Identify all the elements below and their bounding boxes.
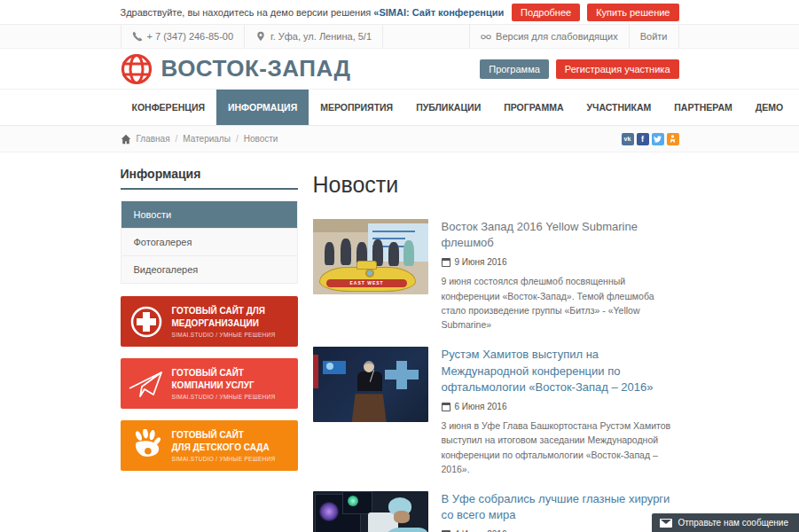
breadcrumb-separator: / [176,134,178,144]
phone-icon [132,31,143,42]
banner-subtitle: SIMAI.STUDIO / УМНЫЕ РЕШЕНИЯ [172,456,276,462]
news-thumbnail-speech[interactable] [313,347,428,422]
news-title-link[interactable]: Рустэм Хамитов выступил на Международной… [442,347,679,395]
calendar-icon [442,403,450,411]
sidebar-item-news[interactable]: Новости [121,201,297,229]
send-message-button[interactable]: Отправьте нам сообщение [652,513,799,532]
breadcrumb-materials[interactable]: Материалы [183,134,231,144]
site-name: ВОСТОК-ЗАПАД [161,55,351,82]
news-item: В Уфе собрались лучшие глазные хирурги с… [313,491,679,532]
nav-item-participants[interactable]: УЧАСТНИКАМ [575,90,662,125]
paper-plane-icon [121,369,172,399]
banner-subtitle: SIMAI.STUDIO / УМНЫЕ РЕШЕНИЯ [172,332,276,338]
odnoklassniki-icon[interactable] [667,133,679,145]
sidebar-item-videogallery[interactable]: Видеогалерея [121,256,297,284]
page-title: Новости [313,172,679,198]
banner-medical-site[interactable]: ГОТОВЫЙ САЙТ ДЛЯ МЕДОРГАНИЗАЦИИ SIMAI.ST… [121,296,298,347]
nav-item-information[interactable]: ИНФОРМАЦИЯ [216,90,309,125]
sidebar: Информация Новости Фотогалерея Видеогале… [121,167,298,532]
demo-product-name: «SIMAI: Сайт конференции [373,7,504,18]
sidebar-title: Информация [121,167,298,190]
info-bar: + 7 (347) 246-85-00 г. Уфа, ул. Ленина, … [0,25,799,49]
phone-number[interactable]: + 7 (347) 246-85-00 [121,25,245,48]
banner-subtitle: SIMAI.STUDIO / УМНЫЕ РЕШЕНИЯ [172,394,276,400]
breadcrumb: Главная / Материалы / Новости [121,134,278,145]
main-navigation: КОНФЕРЕНЦИЯ ИНФОРМАЦИЯ МЕРОПРИЯТИЯ ПУБЛИ… [0,89,799,126]
banner-title: ГОТОВЫЙ САЙТ ДЛЯ МЕДОРГАНИЗАЦИИ [172,305,276,329]
nav-item-events[interactable]: МЕРОПРИЯТИЯ [309,90,404,125]
breadcrumb-home[interactable]: Главная [137,134,170,144]
vk-icon[interactable]: vk [622,133,634,145]
login-link[interactable]: Войти [629,25,679,48]
facebook-icon[interactable]: f [637,133,649,145]
nav-item-partners[interactable]: ПАРТНЕРАМ [662,90,743,125]
hand-print-icon [121,429,172,463]
breadcrumb-current: Новости [244,134,278,144]
banner-title: ГОТОВЫЙ САЙТ КОМПАНИИ УСЛУГ [172,367,276,391]
register-participant-button[interactable]: Регистрация участника [556,59,679,79]
glasses-icon [481,31,491,42]
banner-kindergarten-site[interactable]: ГОТОВЫЙ САЙТ ДЛЯ ДЕТСКОГО САДА SIMAI.STU… [121,420,298,471]
breadcrumb-bar: Главная / Материалы / Новости vk f [0,126,799,153]
banner-services-site[interactable]: ГОТОВЫЙ САЙТ КОМПАНИИ УСЛУГ SIMAI.STUDIO… [121,358,298,409]
site-logo[interactable]: ВОСТОК-ЗАПАД [121,53,351,85]
sidebar-item-photogallery[interactable]: Фотогалерея [121,229,297,256]
news-item: Рустэм Хамитов выступил на Международной… [313,347,679,476]
news-excerpt: 9 июня состоялся флешмоб посвященный кон… [442,274,679,332]
accessibility-version-link[interactable]: Версия для слабовидящих [469,25,629,48]
nav-item-demo[interactable]: ДЕМО [744,90,795,125]
buy-button[interactable]: Купить решение [587,4,678,21]
demo-notice-bar: Здравствуйте, вы находитесь на демо верс… [0,0,799,25]
breadcrumb-separator: / [236,134,239,144]
nav-item-program[interactable]: ПРОГРАММА [492,90,575,125]
news-excerpt: 3 июня в Уфе Глава Башкортостана Рустэм … [442,419,679,476]
address: г. Уфа, ул. Ленина, 5/1 [244,25,383,48]
demo-message: Здравствуйте, вы находитесь на демо верс… [121,7,505,18]
more-button[interactable]: Подробнее [512,4,580,21]
nav-item-publications[interactable]: ПУБЛИКАЦИИ [404,90,492,125]
news-title-link[interactable]: В Уфе собрались лучшие глазные хирурги с… [442,491,679,523]
envelope-icon [660,519,672,528]
news-section: Новости EAST WEST [313,167,679,532]
globe-icon [121,53,153,85]
map-pin-icon [255,31,266,42]
sidebar-menu: Новости Фотогалерея Видеогалерея [121,200,298,284]
home-icon [121,134,131,145]
search-button[interactable] [795,90,799,125]
news-date: 6 Июня 2016 [442,402,679,411]
news-thumbnail-flashmob[interactable]: EAST WEST [313,219,428,294]
medical-cross-icon [121,304,172,340]
site-header: ВОСТОК-ЗАПАД Программа Регистрация участ… [0,49,799,89]
twitter-icon[interactable] [652,133,664,145]
program-button[interactable]: Программа [480,59,549,79]
news-title-link[interactable]: Восток Запад 2016 Yellow Submarine флешм… [442,219,679,251]
news-thumbnail-surgery[interactable] [313,491,428,532]
news-item: EAST WEST Восток Запад 2016 Yellow Subma… [313,219,679,332]
calendar-icon [442,258,450,267]
news-date: 9 Июня 2016 [442,257,679,267]
nav-item-conference[interactable]: КОНФЕРЕНЦИЯ [121,90,216,125]
banner-title: ГОТОВЫЙ САЙТ ДЛЯ ДЕТСКОГО САДА [172,429,276,453]
